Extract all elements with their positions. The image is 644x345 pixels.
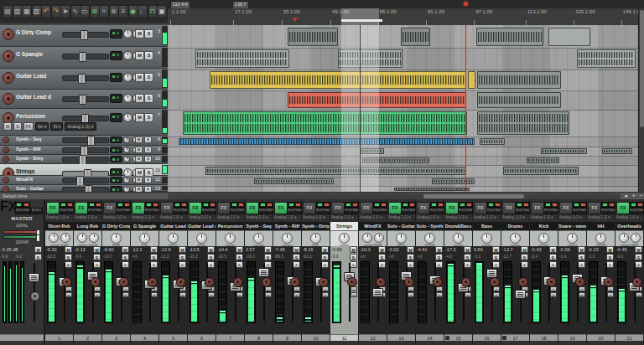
strip-number[interactable]: 8 <box>245 334 273 341</box>
strip-solo-button[interactable]: S <box>236 254 243 260</box>
arrange-track-lane[interactable] <box>168 166 638 178</box>
strip-input-mini[interactable]: in <box>179 292 186 297</box>
strip-solo-button[interactable]: S <box>492 254 500 260</box>
strip-env-button[interactable]: ^ <box>207 261 215 268</box>
arrange-track-lane[interactable] <box>168 137 638 147</box>
strip-record-arm[interactable] <box>575 277 585 287</box>
master-mute-mini[interactable] <box>15 202 23 208</box>
arrange-item[interactable] <box>476 28 543 46</box>
strip-solo-button[interactable]: S <box>635 254 642 260</box>
arrange-track-lane[interactable] <box>168 49 638 70</box>
tcp-track[interactable]: Synth - SeqMS8 <box>0 136 168 146</box>
strip-routing-button[interactable]: ROUTING <box>230 208 245 214</box>
tcp-track[interactable]: Synth - RiffMS9 <box>0 146 168 155</box>
track-routing-button[interactable] <box>110 113 122 122</box>
strip-record-arm[interactable] <box>433 277 443 287</box>
horizontal-scroll-handle[interactable] <box>423 194 524 198</box>
strip-number[interactable]: 18 <box>530 334 558 341</box>
strip-input-mini[interactable]: in <box>151 292 158 297</box>
master-solo-mini[interactable] <box>23 202 30 208</box>
strip-number[interactable]: 14 <box>416 334 444 341</box>
strip-input-selector[interactable]: Analog 1 (1 ▾ <box>160 215 186 219</box>
save-project-icon[interactable]: ▦ <box>22 5 32 18</box>
arrange-item[interactable] <box>401 28 430 46</box>
strip-input-selector[interactable]: Analog 1 (1 ▾ <box>445 215 471 219</box>
strip-env-button[interactable]: ^ <box>150 261 158 268</box>
arrange-track-lane[interactable] <box>168 147 638 157</box>
strip-input-mini[interactable]: in <box>436 292 443 297</box>
strip-solo-button[interactable]: S <box>264 254 272 260</box>
strip-env-button[interactable]: ^ <box>492 261 500 268</box>
track-routing-button[interactable] <box>110 177 122 183</box>
strip-number[interactable]: 1 <box>45 334 73 341</box>
pan-knob[interactable] <box>123 113 132 122</box>
strip-solo-button[interactable]: S <box>378 254 386 260</box>
strip-fx-button[interactable]: FX <box>417 202 430 214</box>
strip-fx-button[interactable]: FX <box>388 202 402 214</box>
arrange-item[interactable] <box>503 167 579 175</box>
strip-name[interactable]: Long Rvb <box>74 222 101 230</box>
strip-pan-knob[interactable] <box>77 233 87 243</box>
solo-button[interactable]: S <box>144 73 153 82</box>
strip-name[interactable]: Guitar Lead <box>159 222 187 230</box>
strip-name[interactable]: HH <box>587 222 615 230</box>
pan-knob[interactable] <box>123 177 130 183</box>
arrange-item[interactable] <box>541 148 587 154</box>
strip-solo-mini[interactable] <box>209 202 216 208</box>
master-mono-circle[interactable] <box>30 291 40 301</box>
strip-input-selector[interactable]: Analog 1 (1 ▾ <box>588 215 614 219</box>
strip-fx-button[interactable]: FX <box>559 202 573 214</box>
strip-name[interactable]: Snare - stem <box>558 222 586 230</box>
strip-record-arm[interactable] <box>148 277 158 287</box>
strip-routing-button[interactable]: ROUTING <box>344 208 359 214</box>
strip-record-arm[interactable] <box>176 277 186 287</box>
strip-solo-button[interactable]: S <box>65 254 72 260</box>
master-pan-right-slider[interactable] <box>3 235 40 239</box>
mute-button[interactable]: M <box>135 94 144 103</box>
strip-env-button[interactable]: ^ <box>321 261 329 268</box>
strip-input-mini[interactable]: in <box>293 292 300 297</box>
strip-input-selector[interactable]: Analog 1 (1 ▾ <box>132 215 158 219</box>
strip-solo-mini[interactable] <box>152 202 159 208</box>
redo-icon[interactable]: ↷ <box>51 5 61 18</box>
strip-number[interactable]: 7 <box>216 334 244 341</box>
strip-solo-mini[interactable] <box>351 202 359 208</box>
strip-name[interactable]: Synth - Dirty <box>302 222 330 230</box>
strip-routing-button[interactable]: ROUTING <box>315 208 330 214</box>
strip-number[interactable]: 2 <box>74 334 101 341</box>
arrange-item[interactable] <box>548 28 590 46</box>
strip-record-arm[interactable] <box>518 277 528 287</box>
strip-input-selector[interactable]: Analog 1 (1 ▾ <box>103 215 129 219</box>
strip-name[interactable]: Kick <box>530 222 558 230</box>
pan-knob[interactable] <box>123 136 130 143</box>
strip-env-button[interactable]: ^ <box>350 261 357 268</box>
mute-button[interactable]: M <box>135 113 144 122</box>
track-routing-button[interactable] <box>110 147 122 153</box>
track-volume-fader[interactable] <box>62 137 109 143</box>
mute-button[interactable]: M <box>135 136 143 143</box>
fx-chip[interactable]: FX <box>23 122 34 131</box>
pan-knob[interactable] <box>123 29 132 39</box>
solo-button[interactable]: S <box>144 29 153 39</box>
strip-fx-button[interactable]: FX <box>274 202 288 214</box>
solo-button[interactable]: S <box>144 147 152 153</box>
arrange-item[interactable] <box>527 157 559 163</box>
track-fader-handle[interactable] <box>78 74 86 84</box>
arrange-track-lane[interactable] <box>168 157 638 166</box>
input-name-chip[interactable]: Analog 1 (1) ▾ <box>65 122 96 131</box>
strip-number[interactable]: 6 <box>188 334 216 341</box>
strip-fx-button[interactable]: FX <box>445 202 459 214</box>
strip-number[interactable]: 19 <box>558 334 586 341</box>
strip-solo-button[interactable]: S <box>521 254 528 260</box>
strip-routing-button[interactable]: ROUTING <box>401 208 416 214</box>
strip-input-selector[interactable]: Analog 1 (1 ▾ <box>217 215 243 219</box>
track-routing-button[interactable] <box>110 94 122 103</box>
arrange-horizontal-scrollbar[interactable] <box>168 193 621 199</box>
arrange-item[interactable] <box>179 138 475 145</box>
strip-pan-knob[interactable] <box>362 233 372 243</box>
tcp-track[interactable]: StringsMS11 <box>0 164 168 176</box>
strip-record-arm[interactable] <box>119 277 129 287</box>
strip-mute-button[interactable]: M <box>435 246 443 253</box>
mute-button[interactable]: M <box>135 156 143 162</box>
strip-fx-button[interactable]: FX <box>160 202 174 214</box>
